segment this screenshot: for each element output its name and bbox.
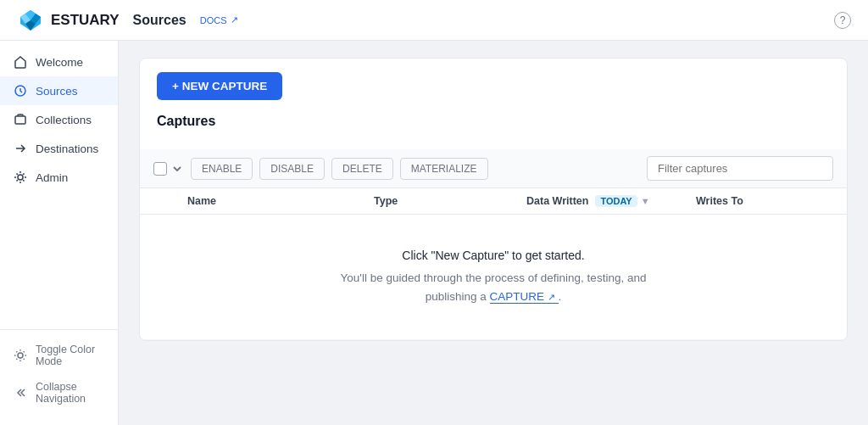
th-writes-to: Writes To [696, 195, 848, 207]
new-capture-button[interactable]: + NEW CAPTURE [157, 72, 282, 100]
sidebar-item-admin[interactable]: Admin [0, 163, 118, 192]
filter-icon[interactable]: ▼ [641, 196, 650, 206]
layout: Welcome Sources Collections [0, 41, 868, 425]
delete-button[interactable]: DELETE [331, 158, 393, 180]
sidebar-label-admin: Admin [36, 171, 68, 184]
sidebar-label-welcome: Welcome [36, 56, 83, 69]
sidebar-item-collections[interactable]: Collections [0, 105, 118, 134]
materialize-button[interactable]: MATERIALIZE [400, 158, 488, 180]
collapse-navigation[interactable]: Collapse Navigation [0, 374, 118, 411]
th-checkbox [153, 195, 187, 207]
sidebar-label-sources: Sources [36, 85, 78, 98]
destinations-icon [14, 142, 27, 155]
sidebar-item-welcome[interactable]: Welcome [0, 48, 118, 76]
enable-button[interactable]: ENABLE [191, 158, 253, 180]
th-data-written: Data Written TODAY ▼ [526, 195, 696, 207]
home-icon [14, 55, 27, 69]
th-type: Type [374, 195, 526, 207]
sidebar-item-destinations[interactable]: Destinations [0, 134, 118, 163]
card-header: + NEW CAPTURE Captures [140, 59, 847, 149]
select-all-checkbox[interactable] [153, 162, 167, 176]
sidebar-bottom: Toggle Color Mode Collapse Navigation [0, 329, 118, 418]
sun-icon [14, 349, 27, 362]
content-card: + NEW CAPTURE Captures ENABLE DISABLE DE… [139, 58, 848, 341]
empty-desc-after: . [559, 290, 562, 303]
empty-title: Click "New Capture" to get started. [157, 249, 830, 262]
collapse-nav-label: Collapse Navigation [36, 381, 104, 405]
chevron-down-icon [172, 164, 182, 174]
help-button[interactable]: ? [834, 12, 851, 29]
collections-icon [14, 113, 27, 126]
empty-state: Click "New Capture" to get started. You'… [140, 215, 847, 340]
toggle-color-label: Toggle Color Mode [36, 344, 104, 367]
select-all-area [153, 162, 184, 176]
new-capture-label: + NEW CAPTURE [172, 80, 267, 92]
header-left: ESTUARY Sources DOCS ↗ [17, 7, 238, 34]
sidebar: Welcome Sources Collections [0, 41, 119, 425]
empty-desc-before: You'll be guided through the process of … [341, 271, 647, 284]
sidebar-label-destinations: Destinations [36, 143, 98, 155]
docs-link[interactable]: DOCS ↗ [200, 14, 238, 25]
external-link-small-icon: ↗ [548, 292, 555, 302]
empty-desc-mid: publishing a [426, 290, 487, 303]
empty-desc: You'll be guided through the process of … [157, 269, 830, 305]
sources-icon [14, 84, 27, 98]
today-badge[interactable]: TODAY [595, 195, 637, 207]
admin-icon [14, 171, 27, 184]
table-header: Name Type Data Written TODAY ▼ Writes To… [140, 188, 847, 215]
svg-point-8 [18, 353, 23, 358]
filter-input-wrap [647, 156, 833, 181]
captures-toolbar: ENABLE DISABLE DELETE MATERIALIZE [140, 149, 847, 188]
th-name: Name [187, 195, 374, 207]
sidebar-label-collections: Collections [36, 114, 92, 126]
logo[interactable]: ESTUARY [17, 7, 120, 34]
capture-link[interactable]: CAPTURE ↗ [490, 290, 559, 304]
app-header: ESTUARY Sources DOCS ↗ ? [0, 0, 868, 41]
logo-icon [17, 7, 44, 34]
docs-label: DOCS [200, 15, 227, 25]
svg-rect-6 [15, 116, 25, 124]
sidebar-nav: Welcome Sources Collections [0, 48, 118, 329]
logo-text: ESTUARY [51, 12, 120, 29]
external-link-icon: ↗ [231, 14, 238, 25]
filter-input[interactable] [647, 156, 833, 181]
header-title: Sources [133, 13, 186, 28]
select-dropdown-button[interactable] [170, 162, 184, 176]
disable-button[interactable]: DISABLE [259, 158, 325, 180]
sidebar-item-sources[interactable]: Sources [0, 76, 118, 105]
toggle-color-mode[interactable]: Toggle Color Mode [0, 337, 118, 374]
main-content: + NEW CAPTURE Captures ENABLE DISABLE DE… [119, 41, 868, 425]
chevrons-left-icon [14, 386, 27, 400]
captures-title: Captures [157, 114, 830, 129]
svg-point-7 [18, 175, 23, 180]
